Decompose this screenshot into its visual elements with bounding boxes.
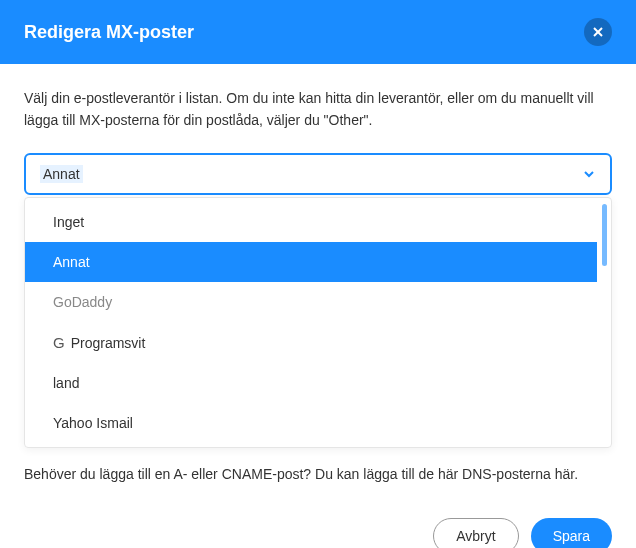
option-label: GoDaddy: [53, 294, 112, 310]
option-label: land: [53, 375, 79, 391]
save-button[interactable]: Spara: [531, 518, 612, 548]
provider-dropdown: Inget Annat GoDaddy G Programsvit land Y…: [24, 197, 612, 448]
provider-select[interactable]: Annat: [24, 153, 612, 195]
dropdown-option-land[interactable]: land: [25, 363, 597, 403]
google-g-icon: G: [53, 334, 65, 351]
hint-text: Behöver du lägga till en A- eller CNAME-…: [24, 466, 612, 482]
dropdown-option-programsvit[interactable]: G Programsvit: [25, 322, 597, 363]
close-button[interactable]: [584, 18, 612, 46]
dropdown-option-annat[interactable]: Annat: [25, 242, 597, 282]
select-value: Annat: [40, 165, 83, 183]
dropdown-option-inget[interactable]: Inget: [25, 202, 597, 242]
option-label: Annat: [53, 254, 90, 270]
dropdown-option-godaddy[interactable]: GoDaddy: [25, 282, 597, 322]
modal-title: Redigera MX-poster: [24, 22, 194, 43]
option-label: Inget: [53, 214, 84, 230]
description-text: Välj din e-postleverantör i listan. Om d…: [24, 88, 612, 131]
scrollbar[interactable]: [602, 204, 607, 266]
option-label: Yahoo Ismail: [53, 415, 133, 431]
cancel-button[interactable]: Avbryt: [433, 518, 518, 548]
chevron-down-icon: [582, 167, 596, 181]
modal-header: Redigera MX-poster: [0, 0, 636, 64]
modal-footer: Avbryt Spara: [0, 498, 636, 548]
option-label: Programsvit: [71, 335, 146, 351]
close-icon: [592, 26, 604, 38]
dropdown-option-yahoo[interactable]: Yahoo Ismail: [25, 403, 597, 443]
modal-body: Välj din e-postleverantör i listan. Om d…: [0, 64, 636, 498]
